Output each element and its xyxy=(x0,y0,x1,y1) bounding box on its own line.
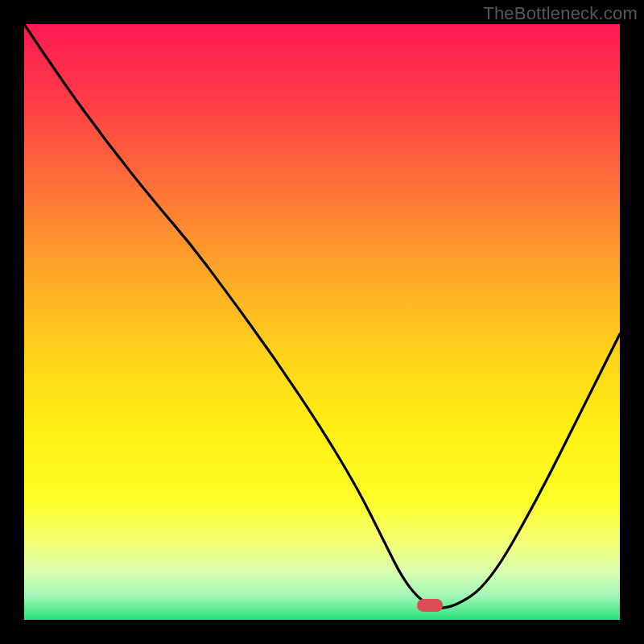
chart-frame: TheBottleneck.com xyxy=(0,0,644,644)
watermark-text: TheBottleneck.com xyxy=(483,3,638,24)
plot-area xyxy=(24,24,620,620)
bottleneck-curve xyxy=(24,24,620,620)
optimal-point-marker xyxy=(417,599,443,612)
